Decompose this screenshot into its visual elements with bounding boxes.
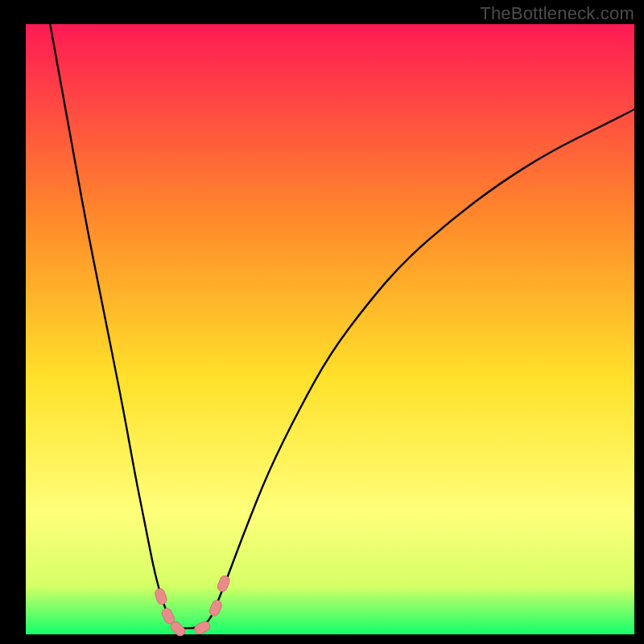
- bottleneck-chart: [0, 0, 644, 644]
- watermark-text: TheBottleneck.com: [480, 3, 634, 24]
- chart-frame: TheBottleneck.com: [0, 0, 644, 644]
- plot-background: [26, 24, 634, 634]
